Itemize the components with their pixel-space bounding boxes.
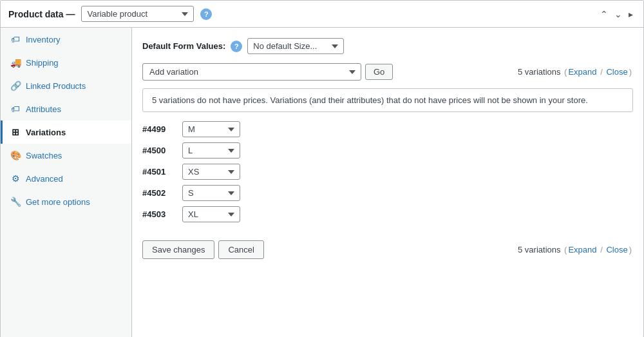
default-form-help-icon[interactable]: ? <box>231 41 242 52</box>
sidebar-item-variations[interactable]: ⊞ Variations <box>1 120 131 144</box>
default-form-select[interactable]: No default Size... M L XS S XL <box>247 38 344 54</box>
variations-list: #4499 MLXSSXL #4500 MLXSSXL #4501 MLXSSX… <box>142 121 633 222</box>
variation-size-select-4501[interactable]: MLXSSXL <box>182 164 240 180</box>
footer-buttons: Save changes Cancel <box>142 240 264 259</box>
add-variation-left: Add variation Create variations from all… <box>142 63 393 81</box>
expand-link-top[interactable]: Expand <box>568 67 596 77</box>
notice-text: 5 variations do not have prices. Variati… <box>152 95 588 105</box>
footer-row: Save changes Cancel 5 variations (Expand… <box>142 233 633 259</box>
sidebar-item-shipping-label: Shipping <box>26 58 59 68</box>
sidebar-item-advanced-label: Advanced <box>26 174 63 184</box>
swatches-icon: 🎨 <box>10 150 21 160</box>
sidebar-item-swatches[interactable]: 🎨 Swatches <box>1 144 131 167</box>
sidebar-item-swatches-label: Swatches <box>26 151 62 160</box>
linked-products-icon: 🔗 <box>10 81 21 91</box>
variation-size-select-4503[interactable]: MLXSSXL <box>182 206 240 222</box>
no-prices-notice: 5 variations do not have prices. Variati… <box>142 88 633 112</box>
default-form-row: Default Form Values: ? No default Size..… <box>142 38 633 54</box>
table-row: #4502 MLXSSXL <box>142 185 633 201</box>
product-data-header: Product data — Variable product Simple p… <box>1 1 643 28</box>
collapse-down-button[interactable]: ⌄ <box>612 8 625 21</box>
variation-id-4503: #4503 <box>142 209 176 219</box>
product-data-label: Product data — <box>8 9 75 19</box>
header-left: Product data — Variable product Simple p… <box>8 6 212 22</box>
variations-icon: ⊞ <box>10 127 21 137</box>
default-form-label: Default Form Values: <box>142 41 225 51</box>
product-type-select[interactable]: Variable product Simple product Grouped … <box>81 6 194 22</box>
go-button[interactable]: Go <box>365 64 393 80</box>
header-controls: ⌃ ⌄ ▸ <box>598 8 636 21</box>
variation-id-4502: #4502 <box>142 188 176 198</box>
add-variation-row: Add variation Create variations from all… <box>142 63 633 81</box>
sidebar-item-get-more-options-label: Get more options <box>26 197 90 207</box>
table-row: #4501 MLXSSXL <box>142 164 633 180</box>
variation-size-select-4500[interactable]: MLXSSXL <box>182 142 240 159</box>
variations-count-top-text: 5 variations <box>518 67 560 77</box>
variation-size-select-4502[interactable]: MLXSSXL <box>182 185 240 201</box>
cancel-button[interactable]: Cancel <box>218 240 263 259</box>
advanced-icon: ⚙ <box>10 173 21 184</box>
product-data-body: 🏷 Inventory 🚚 Shipping 🔗 Linked Products… <box>1 28 643 337</box>
sidebar-item-linked-products[interactable]: 🔗 Linked Products <box>1 74 131 97</box>
save-changes-button[interactable]: Save changes <box>142 240 214 259</box>
variation-size-select-4499[interactable]: MLXSSXL <box>182 121 240 137</box>
variation-id-4501: #4501 <box>142 167 176 177</box>
variation-id-4499: #4499 <box>142 124 176 134</box>
variation-id-4500: #4500 <box>142 146 176 155</box>
table-row: #4503 MLXSSXL <box>142 206 633 222</box>
sidebar-item-inventory[interactable]: 🏷 Inventory <box>1 28 131 51</box>
sidebar-item-variations-label: Variations <box>26 128 66 137</box>
sidebar-item-inventory-label: Inventory <box>26 35 60 44</box>
inventory-icon: 🏷 <box>10 34 21 44</box>
product-data-panel: Product data — Variable product Simple p… <box>0 0 644 337</box>
variations-count-bottom: 5 variations (Expand / Close) <box>518 245 633 255</box>
table-row: #4500 MLXSSXL <box>142 142 633 159</box>
toggle-button[interactable]: ▸ <box>626 8 636 21</box>
close-link-bottom[interactable]: Close <box>606 245 627 255</box>
sidebar-item-shipping[interactable]: 🚚 Shipping <box>1 51 131 74</box>
sidebar: 🏷 Inventory 🚚 Shipping 🔗 Linked Products… <box>1 28 132 337</box>
main-content: Default Form Values: ? No default Size..… <box>132 28 643 337</box>
sidebar-item-get-more-options[interactable]: 🔧 Get more options <box>1 190 131 213</box>
help-icon[interactable]: ? <box>200 8 212 20</box>
expand-link-bottom[interactable]: Expand <box>568 245 596 255</box>
table-row: #4499 MLXSSXL <box>142 121 633 137</box>
sidebar-item-advanced[interactable]: ⚙ Advanced <box>1 167 131 190</box>
variations-count-top: 5 variations (Expand / Close) <box>518 67 633 77</box>
collapse-up-button[interactable]: ⌃ <box>598 8 611 21</box>
variations-count-bottom-text: 5 variations <box>518 245 560 255</box>
shipping-icon: 🚚 <box>10 57 21 68</box>
sidebar-item-attributes[interactable]: 🏷 Attributes <box>1 97 131 120</box>
attributes-icon: 🏷 <box>10 104 21 114</box>
sidebar-item-linked-products-label: Linked Products <box>26 81 86 91</box>
add-variation-select[interactable]: Add variation Create variations from all… <box>142 63 361 81</box>
get-more-options-icon: 🔧 <box>10 197 21 207</box>
sidebar-item-attributes-label: Attributes <box>26 104 61 114</box>
close-link-top[interactable]: Close <box>606 67 627 77</box>
